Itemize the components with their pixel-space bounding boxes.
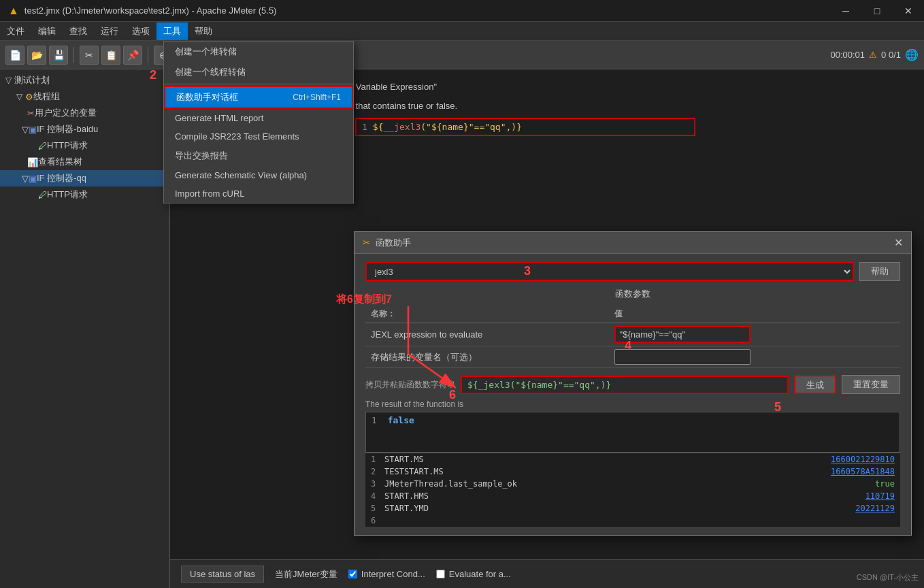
param-value-input-2[interactable] xyxy=(614,349,750,365)
if-baidu-collapse: ▽ xyxy=(22,125,29,135)
var-val-4[interactable]: 110719 xyxy=(865,491,895,501)
title-icon: ▲ xyxy=(8,5,19,17)
use-status-label: Use status of las xyxy=(190,569,255,579)
http2-icon: 🖊 xyxy=(38,190,47,200)
vars-row-4: 4 START.HMS 110719 xyxy=(365,490,900,502)
http1-icon: 🖊 xyxy=(38,141,47,151)
interpret-checkbox[interactable] xyxy=(348,570,357,578)
result-label: The result of the function is xyxy=(365,399,900,409)
menu-file[interactable]: 文件 xyxy=(0,22,31,40)
var-name-1: START.MS xyxy=(384,455,831,464)
tree-label-group: 线程组 xyxy=(33,91,60,103)
params-title: 函数参数 xyxy=(365,288,900,300)
menu-find[interactable]: 查找 xyxy=(63,22,94,40)
left-panel: ▽ 测试计划 ▽ ⚙ 线程组 ✂ 用户定义的变量 ▽ ▣ IF 控制器-baid… xyxy=(0,69,170,588)
menu-schematic[interactable]: Generate Schematic View (alpha) xyxy=(164,166,353,184)
menu-func-assistant[interactable]: 函数助手对话框 Ctrl+Shift+F1 xyxy=(164,86,353,109)
evaluate-row: Evaluate for a... xyxy=(436,569,511,579)
title-bar: ▲ test2.jmx (D:\Jmeter\workspace\test2.j… xyxy=(0,0,924,22)
vars-row-1: 1 START.MS 1660021229810 xyxy=(365,453,900,466)
copy-button[interactable]: 📋 xyxy=(101,46,120,65)
maximize-button[interactable]: □ xyxy=(861,0,893,22)
tree-label-if-qq: IF 控制器-qq xyxy=(37,172,86,184)
if-qq-collapse: ▽ xyxy=(22,174,29,184)
vars-row-6: 6 xyxy=(365,514,900,527)
menu-import-curl[interactable]: Import from cURL xyxy=(164,184,353,203)
tree-item-result[interactable]: 📊 查看结果树 xyxy=(0,154,169,170)
func-selector-row: jexl3 帮助 xyxy=(365,262,900,281)
func-assistant-dialog: ✂ 函数助手 ✕ jexl3 帮助 函数参数 名称： 值 JEXL exp xyxy=(354,231,912,536)
menu-options[interactable]: 选项 xyxy=(125,22,156,40)
badge-5: 5 xyxy=(774,400,781,414)
menu-tools[interactable]: 工具 xyxy=(156,22,188,40)
copy-input[interactable] xyxy=(461,376,789,394)
menu-export-exchange[interactable]: 导出交换报告 xyxy=(164,146,353,166)
var-num-3: 3 xyxy=(371,479,384,489)
var-val-1[interactable]: 1660021229810 xyxy=(831,455,895,464)
func-select[interactable]: jexl3 xyxy=(365,262,854,281)
badge-4: 4 xyxy=(625,339,631,353)
tree-item-if-qq[interactable]: ▽ ▣ IF 控制器-qq xyxy=(0,170,169,186)
param-value-input-1[interactable] xyxy=(614,326,750,343)
plan-icon: ▽ xyxy=(5,76,12,85)
menu-create-thread-dump[interactable]: 创建一个线程转储 xyxy=(164,62,353,82)
var-num-5: 5 xyxy=(371,504,384,513)
var-num-6: 6 xyxy=(371,516,384,525)
evaluate-checkbox[interactable] xyxy=(436,570,445,578)
bottom-checkbox-bar: Use status of las 当前JMeter变量 Interpret C… xyxy=(170,559,924,588)
expr-line-num: 1 xyxy=(359,122,373,132)
dialog-title-text: 函数助手 xyxy=(376,237,411,249)
copy-label: 拷贝并粘贴函数数字符串 xyxy=(365,379,455,391)
param-name-1: JEXL expression to evaluate xyxy=(365,323,609,346)
menu-edit[interactable]: 编辑 xyxy=(31,22,63,40)
result-code-area: 1 false xyxy=(365,412,900,453)
dialog-title-icon: ✂ xyxy=(363,238,370,248)
badge-6: 6 xyxy=(449,388,456,402)
dialog-close-btn[interactable]: ✕ xyxy=(894,236,903,249)
var-val-3: true xyxy=(875,479,895,489)
menu-compile-jsr[interactable]: Compile JSR223 Test Elements xyxy=(164,127,353,146)
menu-help[interactable]: 帮助 xyxy=(188,22,219,40)
tree-item-vars[interactable]: ✂ 用户定义的变量 xyxy=(0,105,169,121)
expression-code-box[interactable]: 1 ${__jexl3("${name}"=="qq",)} xyxy=(355,118,695,136)
menu-html-report[interactable]: Generate HTML report xyxy=(164,109,353,127)
var-val-5[interactable]: 20221129 xyxy=(855,504,895,513)
minimize-button[interactable]: ─ xyxy=(830,0,861,22)
group-icon2: ⚙ xyxy=(25,92,33,102)
close-button[interactable]: ✕ xyxy=(893,0,924,22)
menu-create-heap-dump[interactable]: 创建一个堆转储 xyxy=(164,42,353,62)
tree-item-http2[interactable]: 🖊 HTTP请求 xyxy=(0,186,169,203)
var-val-2[interactable]: 1660578A51848 xyxy=(831,467,895,476)
if-baidu-icon: ▣ xyxy=(29,125,37,135)
param-row-1: JEXL expression to evaluate xyxy=(365,323,900,346)
interpret-row: Interpret Cond... xyxy=(348,569,425,579)
new-button[interactable]: 📄 xyxy=(5,46,24,65)
warning-icon: ⚠ xyxy=(869,50,877,60)
csdn-watermark: CSDN @IT-小公主 xyxy=(857,572,919,583)
menu-run[interactable]: 运行 xyxy=(94,22,125,40)
open-button[interactable]: 📂 xyxy=(27,46,46,65)
var-num-2: 2 xyxy=(371,467,384,476)
tree-item-group[interactable]: ▽ ⚙ 线程组 xyxy=(0,88,169,105)
help-button[interactable]: 帮助 xyxy=(859,262,900,281)
window-controls: ─ □ ✕ xyxy=(830,0,924,22)
reset-button[interactable]: 重置变量 xyxy=(842,375,900,394)
param-name-2: 存储结果的变量名（可选） xyxy=(365,346,609,368)
save-button[interactable]: 💾 xyxy=(49,46,68,65)
tree-item-http1[interactable]: 🖊 HTTP请求 xyxy=(0,137,169,154)
toolbar: 📄 📂 💾 ✂ 📋 📌 ⊕ ⊖ ↔ ▶ ■ 00:00:01 ⚠ 0 0/1 🌐 xyxy=(0,41,924,69)
params-table: 名称： 值 JEXL expression to evaluate 存储结果的变… xyxy=(365,306,900,368)
result-line-num: 1 xyxy=(372,415,382,425)
generate-button[interactable]: 生成 xyxy=(794,375,836,394)
var-name-4: START.HMS xyxy=(384,491,865,501)
paste-button[interactable]: 📌 xyxy=(123,46,142,65)
tools-dropdown-menu: 创建一个堆转储 创建一个线程转储 函数助手对话框 Ctrl+Shift+F1 G… xyxy=(163,41,354,203)
tree-item-if-baidu[interactable]: ▽ ▣ IF 控制器-baidu xyxy=(0,121,169,137)
tree-item-plan[interactable]: ▽ 测试计划 xyxy=(0,72,169,88)
window-title: test2.jmx (D:\Jmeter\workspace\test2.jmx… xyxy=(24,5,277,16)
use-status-btn[interactable]: Use status of las xyxy=(181,566,264,583)
menu-sep1 xyxy=(164,84,353,84)
tree-label-vars: 用户定义的变量 xyxy=(35,107,97,119)
cut-button[interactable]: ✂ xyxy=(80,46,99,65)
result-icon: 📊 xyxy=(27,157,38,167)
